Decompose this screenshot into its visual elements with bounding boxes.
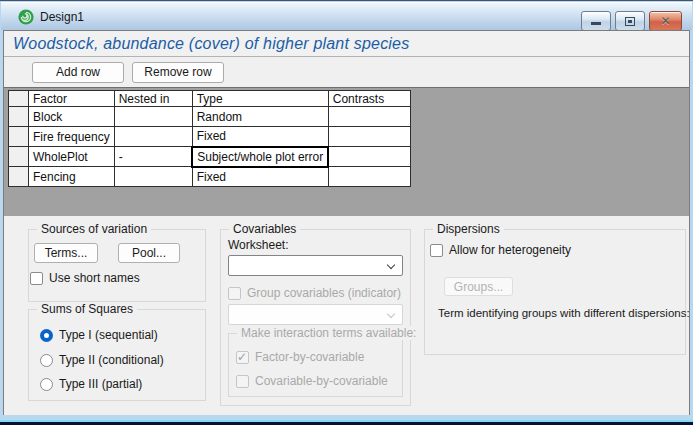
cell-contrasts[interactable] (328, 147, 410, 167)
group-covariables-row: Group covariables (indicator) (228, 286, 401, 300)
covariable-by-covariable-checkbox (236, 375, 249, 388)
cell-nested-in[interactable]: - (114, 147, 192, 167)
table-row: WholePlot - Subject/whole plot error (9, 147, 411, 167)
row-selector[interactable] (9, 107, 29, 127)
dispersion-term-label: Term identifying groups with different d… (438, 307, 690, 319)
worksheet-combobox[interactable] (228, 255, 403, 276)
column-header-factor: Factor (29, 91, 115, 107)
allow-heterogeneity-row: Allow for heterogeneity (430, 243, 571, 257)
row-selector[interactable] (9, 167, 29, 187)
allow-heterogeneity-label: Allow for heterogeneity (449, 243, 571, 257)
description-banner: Woodstock, abundance (cover) of higher p… (4, 31, 689, 57)
add-row-button[interactable]: Add row (32, 62, 124, 83)
titlebar[interactable]: Design1 ✕ (1, 2, 692, 30)
cell-nested-in[interactable] (114, 127, 192, 147)
cell-contrasts[interactable] (328, 107, 410, 127)
sources-of-variation-title: Sources of variation (37, 222, 151, 236)
window-title: Design1 (40, 10, 84, 24)
type-i-radio[interactable] (40, 329, 53, 342)
restore-icon (625, 17, 635, 26)
row-toolbar: Add row Remove row (4, 57, 689, 88)
pool-button[interactable]: Pool... (118, 243, 180, 263)
minimize-button[interactable] (581, 11, 611, 31)
groups-button: Groups... (444, 277, 513, 296)
client-area: Woodstock, abundance (cover) of higher p… (3, 30, 690, 416)
factor-grid-area: Factor Nested in Type Contrasts Block Ra… (4, 88, 689, 216)
type-iii-label: Type III (partial) (59, 377, 142, 391)
close-button[interactable]: ✕ (649, 11, 682, 31)
sums-of-squares-title: Sums of Squares (37, 302, 137, 316)
cell-type[interactable]: Fixed (192, 127, 328, 147)
worksheet-label: Worksheet: (228, 238, 288, 252)
cell-factor[interactable]: Fencing (29, 167, 115, 187)
corner-selector-cell[interactable] (9, 91, 29, 107)
factor-by-covariable-row: Factor-by-covariable (236, 350, 364, 364)
factor-by-covariable-checkbox (236, 351, 249, 364)
use-short-names-label: Use short names (49, 271, 140, 285)
cell-contrasts[interactable] (328, 127, 410, 147)
type-ii-radio[interactable] (40, 354, 53, 367)
type-i-label: Type I (sequential) (59, 328, 158, 342)
type-ii-label: Type II (conditional) (59, 353, 164, 367)
type-ii-row: Type II (conditional) (40, 353, 164, 367)
group-covariables-value (229, 305, 402, 307)
factor-table: Factor Nested in Type Contrasts Block Ra… (8, 90, 411, 187)
cell-factor[interactable]: WholePlot (29, 147, 115, 167)
cell-type[interactable]: Fixed (192, 167, 328, 187)
table-row: Block Random (9, 107, 411, 127)
group-covariables-label: Group covariables (indicator) (247, 286, 401, 300)
column-header-nested-in: Nested in (114, 91, 192, 107)
use-short-names-checkbox[interactable] (30, 272, 43, 285)
covariable-by-covariable-row: Covariable-by-covariable (236, 374, 388, 388)
chevron-down-icon (387, 261, 395, 269)
row-selector[interactable] (9, 127, 29, 147)
covariables-title: Covariables (229, 222, 300, 236)
minimize-icon (591, 22, 601, 25)
window-bottom-frame (0, 415, 693, 425)
column-header-contrasts: Contrasts (328, 91, 410, 107)
cell-nested-in[interactable] (114, 107, 192, 127)
table-row: Fire frequency Fixed (9, 127, 411, 147)
allow-heterogeneity-checkbox[interactable] (430, 244, 443, 257)
restore-button[interactable] (615, 11, 645, 31)
type-iii-radio[interactable] (40, 378, 53, 391)
type-i-row: Type I (sequential) (40, 328, 158, 342)
factor-by-covariable-label: Factor-by-covariable (255, 350, 364, 364)
window-controls: ✕ (581, 11, 682, 31)
row-selector[interactable] (9, 147, 29, 167)
table-row: Fencing Fixed (9, 167, 411, 187)
dispersions-title: Dispersions (433, 222, 504, 236)
app-logo-icon[interactable] (18, 9, 34, 25)
chevron-down-icon (387, 310, 395, 318)
group-covariables-combobox (228, 304, 403, 325)
group-covariables-checkbox (228, 287, 241, 300)
column-header-type: Type (192, 91, 328, 107)
cell-type[interactable]: Random (192, 107, 328, 127)
options-panel: Sources of variation Terms... Pool... Us… (4, 216, 689, 415)
design-window: Design1 ✕ Woodstock, abundance (cover) o… (0, 0, 693, 425)
close-icon: ✕ (660, 15, 670, 27)
covariable-by-covariable-label: Covariable-by-covariable (255, 374, 388, 388)
use-short-names-row: Use short names (30, 271, 140, 285)
terms-button[interactable]: Terms... (34, 243, 98, 263)
sources-of-variation-group: Sources of variation (28, 229, 206, 302)
remove-row-button[interactable]: Remove row (132, 62, 224, 83)
cell-type[interactable]: Subject/whole plot error (192, 147, 328, 167)
cell-factor[interactable]: Fire frequency (29, 127, 115, 147)
cell-nested-in[interactable] (114, 167, 192, 187)
cell-factor[interactable]: Block (29, 107, 115, 127)
worksheet-value (229, 256, 402, 258)
cell-contrasts[interactable] (328, 167, 410, 187)
interaction-terms-title: Make interaction terms available: (237, 326, 420, 340)
table-header-row: Factor Nested in Type Contrasts (9, 91, 411, 107)
type-iii-row: Type III (partial) (40, 377, 142, 391)
banner-text: Woodstock, abundance (cover) of higher p… (13, 35, 409, 53)
